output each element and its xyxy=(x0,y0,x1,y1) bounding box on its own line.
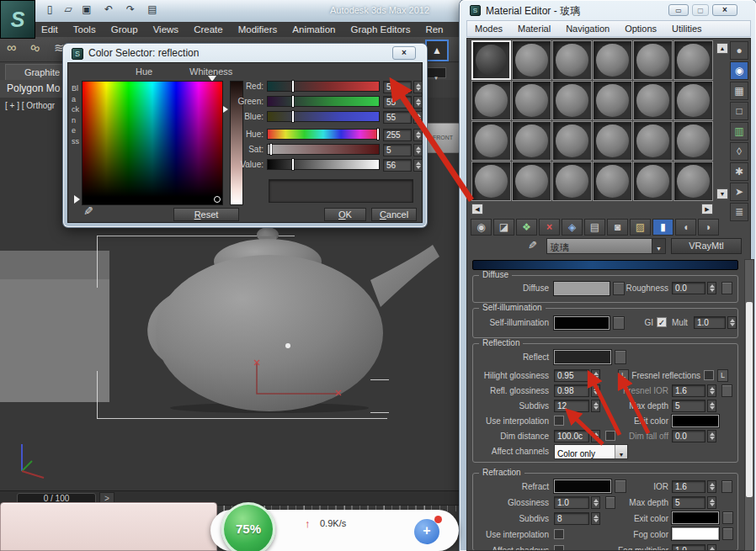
sat-spinner[interactable] xyxy=(413,144,423,156)
menu-create[interactable]: Create xyxy=(186,22,231,37)
open-file-icon[interactable]: ▱ xyxy=(61,3,76,17)
menu-modifiers[interactable]: Modifiers xyxy=(231,22,285,37)
paste-icon[interactable]: ▤ xyxy=(145,3,160,17)
assign-material-to-selection-button[interactable]: ❖ xyxy=(516,219,537,236)
refr-exit-color-button[interactable] xyxy=(722,511,733,524)
menu-animation[interactable]: Animation xyxy=(285,22,343,37)
red-channel-slider[interactable] xyxy=(267,81,380,92)
material-sample-slot[interactable] xyxy=(673,121,713,161)
hue-channel-slider[interactable] xyxy=(267,129,380,140)
material-sample-slot[interactable] xyxy=(593,81,632,120)
blue-value-field[interactable]: 55 xyxy=(383,111,412,124)
value-value-field[interactable]: 56 xyxy=(383,159,412,172)
put-to-library-button[interactable]: ▤ xyxy=(584,219,605,236)
value-spinner[interactable] xyxy=(413,159,423,172)
select-by-material-button[interactable]: ➤ xyxy=(730,183,748,201)
put-material-to-scene-button[interactable]: ◪ xyxy=(493,219,514,236)
fresnel-lock-button[interactable]: L xyxy=(717,369,728,382)
gi-checkbox[interactable]: ✓ xyxy=(657,317,667,327)
material-id-channel-button[interactable]: ◙ xyxy=(607,219,628,236)
color-selector-dialog[interactable]: S Color Selector: reflection × Hue White… xyxy=(63,44,427,227)
rollout-header-bar[interactable] xyxy=(472,260,738,270)
refr-subdivs-field[interactable]: 8 xyxy=(554,512,589,525)
refr-max-depth-field[interactable]: 5 xyxy=(672,496,705,509)
viewcube-front-face[interactable]: FRONT xyxy=(424,123,461,153)
ok-button[interactable]: OK xyxy=(324,208,366,221)
cancel-button[interactable]: Cancel xyxy=(371,208,417,221)
unlink-selection-icon[interactable]: ∞ xyxy=(28,40,42,57)
show-map-in-viewport-button[interactable]: ▨ xyxy=(630,219,651,236)
material-name-dropdown[interactable]: 玻璃 ▼ xyxy=(546,238,666,254)
hilight-glossiness-spinner[interactable] xyxy=(591,369,600,382)
pick-material-eyedropper-icon[interactable]: ✎ xyxy=(528,239,537,252)
green-channel-slider[interactable] xyxy=(267,96,380,107)
video-color-check-button[interactable]: ▥ xyxy=(730,122,748,140)
ior-field[interactable]: 1.6 xyxy=(672,480,705,493)
toolbar-up-arrow-button[interactable]: ▲ xyxy=(425,40,449,61)
mult-spinner[interactable] xyxy=(727,316,737,329)
go-to-parent-button[interactable]: ◖ xyxy=(675,219,696,236)
menu-tools[interactable]: Tools xyxy=(66,22,104,37)
roughness-field[interactable]: 0.0 xyxy=(672,282,705,294)
ior-spinner[interactable] xyxy=(707,480,716,493)
blue-spinner[interactable] xyxy=(413,111,423,124)
reset-button[interactable]: Reset xyxy=(173,208,239,221)
sat-channel-slider[interactable] xyxy=(267,144,380,155)
rollout-scrollbar-thumb[interactable] xyxy=(746,302,753,497)
make-material-copy-button[interactable]: ◈ xyxy=(562,219,583,236)
material-sample-slot-active[interactable] xyxy=(471,40,511,80)
roughness-spinner[interactable] xyxy=(707,282,716,294)
get-material-button[interactable]: ◉ xyxy=(471,219,492,236)
max-app-logo[interactable]: S xyxy=(0,0,35,39)
material-sample-slot[interactable] xyxy=(512,40,551,80)
fog-multiplier-spinner[interactable] xyxy=(707,544,716,551)
material-sample-slot[interactable] xyxy=(552,40,592,80)
refl-subdivs-field[interactable]: 12 xyxy=(554,400,589,412)
green-spinner[interactable] xyxy=(413,96,423,109)
make-preview-button[interactable]: ◊ xyxy=(730,142,748,161)
reset-map-button[interactable]: × xyxy=(539,219,560,236)
fog-color-swatch[interactable] xyxy=(672,527,719,540)
affect-channels-dropdown-arrow[interactable]: ▼ xyxy=(615,445,627,458)
mult-field[interactable]: 1.0 xyxy=(694,316,726,329)
fog-color-button[interactable] xyxy=(722,527,733,540)
affect-shadows-checkbox[interactable] xyxy=(554,545,564,551)
memory-progress-badge[interactable]: 75% xyxy=(221,502,275,551)
menu-navigation[interactable]: Navigation xyxy=(558,21,617,36)
backlight-button[interactable]: ◉ xyxy=(730,61,748,80)
material-sample-slot[interactable] xyxy=(673,162,713,201)
menu-options[interactable]: Options xyxy=(617,21,664,36)
red-spinner[interactable] xyxy=(413,81,423,93)
green-value-field[interactable]: 55 xyxy=(383,96,412,109)
fresnel-reflections-checkbox[interactable] xyxy=(704,370,714,380)
material-sample-slot[interactable] xyxy=(593,121,632,161)
roughness-map-button[interactable] xyxy=(721,282,732,294)
color-selector-close-button[interactable]: × xyxy=(392,46,416,60)
refl-use-interpolation-checkbox[interactable] xyxy=(554,416,564,426)
refl-glossiness-field[interactable]: 0.98 xyxy=(554,384,589,397)
dim-fall-off-spinner[interactable] xyxy=(707,430,716,442)
refr-max-depth-spinner[interactable] xyxy=(707,496,716,509)
teapot[interactable] xyxy=(118,223,446,413)
picker-cursor[interactable] xyxy=(214,196,221,203)
material-sample-slot[interactable] xyxy=(593,162,632,201)
dim-fall-off-field[interactable]: 0.0 xyxy=(672,430,705,442)
hilight-glossiness-field[interactable]: 0.95 xyxy=(554,369,589,382)
fresnel-ior-spinner[interactable] xyxy=(707,384,716,397)
selfillum-color-swatch[interactable] xyxy=(554,316,610,330)
new-file-icon[interactable]: ▯ xyxy=(42,3,57,17)
refr-use-interpolation-checkbox[interactable] xyxy=(554,529,564,539)
blue-channel-slider[interactable] xyxy=(267,111,380,122)
material-sample-slot[interactable] xyxy=(552,162,592,201)
menu-edit[interactable]: Edit xyxy=(34,22,66,37)
material-map-navigator-button[interactable]: ≣ xyxy=(730,203,748,221)
go-forward-to-sibling-button[interactable]: ◗ xyxy=(698,219,719,236)
material-sample-slot[interactable] xyxy=(512,162,551,201)
reflect-color-swatch[interactable] xyxy=(554,350,611,364)
background-button[interactable]: ▦ xyxy=(730,82,748,100)
material-editor-window[interactable]: S Material Editor - 玻璃 ▭ ▢ × Modes Mater… xyxy=(460,0,756,551)
material-sample-slot[interactable] xyxy=(471,121,511,161)
select-and-link-icon[interactable]: ∞ xyxy=(7,40,16,56)
material-sample-slot[interactable] xyxy=(633,40,673,80)
refl-max-depth-spinner[interactable] xyxy=(707,400,716,412)
